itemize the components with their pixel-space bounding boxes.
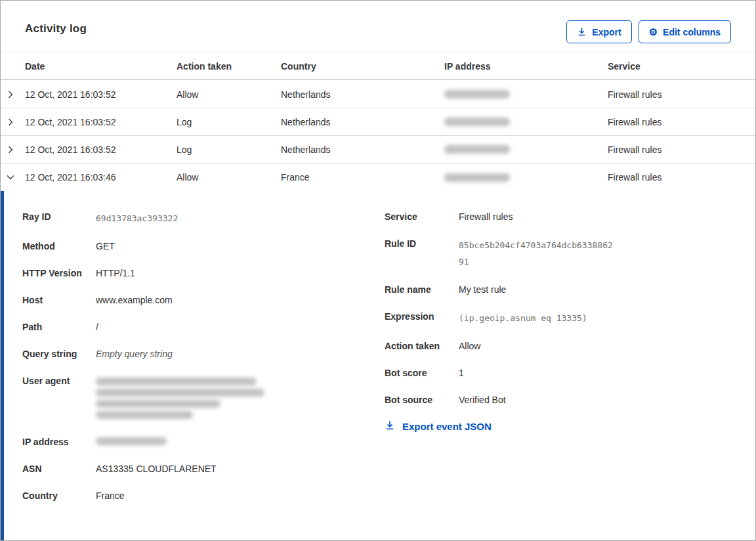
field-value-redacted [96, 435, 167, 449]
detail-field-service: Service Firewall rules [385, 210, 713, 224]
field-value: Firewall rules [459, 210, 513, 224]
edit-columns-button-label: Edit columns [663, 27, 721, 37]
table-row-expanded[interactable]: 12 Oct, 2021 16:03:46 Allow France Firew… [1, 163, 755, 191]
detail-field-http-version: HTTP Version HTTP/1.1 [22, 267, 331, 280]
field-label: HTTP Version [22, 267, 96, 280]
cell-date: 12 Oct, 2021 16:03:46 [25, 163, 116, 191]
redacted-ip-blur [444, 173, 510, 182]
event-detail-panel: Ray ID 69d13783ac393322 Method GET HTTP … [1, 191, 755, 540]
export-event-json-link[interactable]: Export event JSON [385, 420, 492, 433]
cell-country: Netherlands [281, 81, 331, 108]
field-label: Bot source [385, 393, 459, 407]
cell-service: Firewall rules [608, 108, 662, 135]
field-value-redacted [96, 374, 264, 422]
field-value: 1 [459, 366, 464, 380]
redacted-ip-blur [444, 118, 510, 126]
field-value: My test rule [459, 283, 506, 297]
cell-service: Firewall rules [608, 136, 662, 163]
chevron-down-icon[interactable] [6, 163, 22, 191]
detail-field-user-agent: User agent [22, 374, 331, 422]
field-label: Bot score [385, 366, 459, 380]
cell-action: Log [177, 136, 192, 163]
cell-action: Log [177, 108, 192, 135]
table-body: 12 Oct, 2021 16:03:52 Allow Netherlands … [1, 81, 755, 191]
export-button-label: Export [592, 27, 621, 37]
column-header-service: Service [608, 53, 640, 79]
field-value: (ip.geoip.asnum eq 13335) [459, 310, 618, 326]
field-label: ASN [22, 462, 96, 476]
detail-field-ray-id: Ray ID 69d13783ac393322 [22, 210, 331, 227]
table-row[interactable]: 12 Oct, 2021 16:03:52 Log Netherlands Fi… [1, 136, 755, 163]
cell-action: Allow [177, 163, 198, 191]
cell-country: Netherlands [281, 108, 331, 135]
table-row[interactable]: 12 Oct, 2021 16:03:52 Log Netherlands Fi… [1, 108, 755, 136]
field-value: www.example.com [96, 293, 173, 307]
field-label: IP address [22, 435, 96, 449]
export-event-json-label: Export event JSON [402, 421, 492, 432]
field-value: Allow [459, 339, 480, 353]
chevron-right-icon[interactable] [6, 108, 22, 135]
cell-ip-redacted [444, 81, 510, 108]
table-row[interactable]: 12 Oct, 2021 16:03:52 Allow Netherlands … [1, 81, 755, 108]
detail-field-expression: Expression (ip.geoip.asnum eq 13335) [385, 310, 713, 326]
detail-field-country: Country France [22, 489, 331, 503]
cell-action: Allow [177, 81, 198, 108]
cell-date: 12 Oct, 2021 16:03:52 [25, 108, 116, 135]
export-button[interactable]: Export [566, 20, 631, 43]
chevron-right-icon[interactable] [6, 136, 22, 163]
detail-field-action-taken: Action taken Allow [385, 339, 713, 353]
field-value: Verified Bot [459, 393, 506, 407]
cell-date: 12 Oct, 2021 16:03:52 [25, 81, 116, 108]
field-label: Ray ID [22, 210, 96, 227]
detail-right-column: Service Firewall rules Rule ID 85bce5b20… [385, 210, 713, 433]
download-icon [385, 420, 395, 433]
column-header-date: Date [25, 53, 45, 79]
field-label: Rule name [385, 283, 459, 297]
redacted-ip-blur [444, 145, 510, 154]
detail-field-bot-source: Bot source Verified Bot [385, 393, 713, 407]
cell-country: France [281, 163, 310, 191]
cell-country: Netherlands [281, 136, 331, 163]
detail-field-method: Method GET [22, 240, 331, 253]
activity-log-panel: Activity log Export ⚙ Edit columns Date … [0, 0, 756, 541]
detail-field-host: Host www.example.com [22, 293, 331, 307]
cell-service: Firewall rules [608, 163, 662, 191]
detail-field-ip-address: IP address [22, 435, 331, 449]
detail-field-rule-name: Rule name My test rule [385, 283, 713, 297]
field-label: Host [22, 293, 96, 307]
cell-service: Firewall rules [608, 81, 662, 108]
redacted-user-agent-blur [96, 400, 220, 408]
field-value: France [96, 489, 125, 503]
field-label: Rule ID [385, 237, 459, 270]
chevron-right-icon[interactable] [6, 81, 22, 108]
field-label: Method [22, 240, 96, 253]
cell-ip-redacted [444, 108, 510, 135]
cell-ip-redacted [444, 163, 510, 191]
field-value: 85bce5b204cf4703a764dcb633886291 [459, 237, 618, 270]
field-value: GET [96, 240, 115, 253]
page-title: Activity log [25, 22, 87, 35]
redacted-user-agent-blur [96, 411, 193, 419]
column-header-ip: IP address [444, 53, 491, 79]
redacted-user-agent-blur [96, 378, 257, 385]
field-label: Path [22, 320, 96, 334]
field-label: Country [22, 489, 96, 503]
field-value: 69d13783ac393322 [96, 210, 255, 227]
detail-field-asn: ASN AS13335 CLOUDFLARENET [22, 462, 331, 476]
detail-field-query-string: Query string Empty query string [22, 347, 331, 361]
column-header-country: Country [281, 53, 316, 79]
cell-date: 12 Oct, 2021 16:03:52 [25, 136, 116, 163]
table-header: Date Action taken Country IP address Ser… [1, 53, 755, 80]
redacted-ip-blur [96, 437, 167, 445]
redacted-ip-blur [444, 90, 510, 98]
download-icon [577, 27, 587, 37]
column-header-action: Action taken [177, 53, 232, 79]
redacted-user-agent-blur [96, 389, 264, 397]
edit-columns-button[interactable]: ⚙ Edit columns [639, 20, 731, 43]
detail-field-rule-id: Rule ID 85bce5b204cf4703a764dcb633886291 [385, 237, 713, 270]
gear-icon: ⚙ [649, 27, 658, 37]
field-value: / [96, 320, 98, 334]
field-value: AS13335 CLOUDFLARENET [96, 462, 217, 476]
cell-ip-redacted [444, 136, 510, 163]
field-label: Service [385, 210, 459, 224]
